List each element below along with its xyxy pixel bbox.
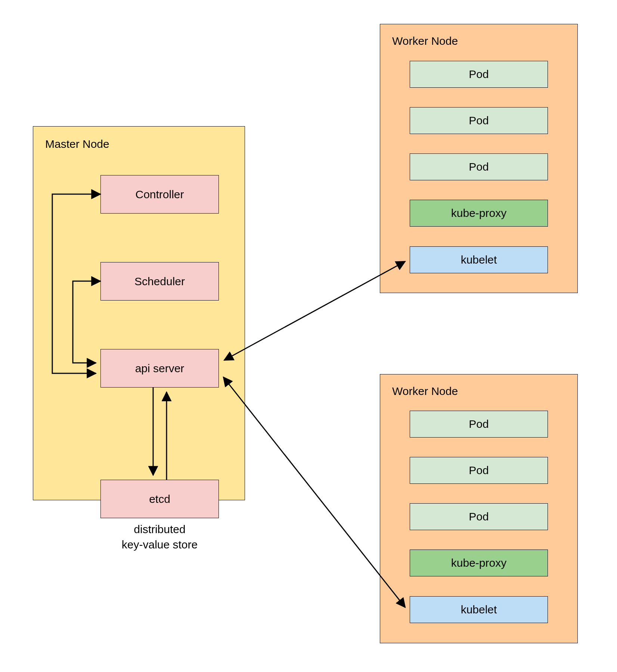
worker2-pod-1-label: Pod <box>469 418 489 430</box>
worker1-pod-1: Pod <box>410 61 548 88</box>
etcd-caption-line2: key-value store <box>122 538 198 551</box>
controller-label: Controller <box>135 188 184 201</box>
api-server-label: api server <box>135 362 185 375</box>
worker2-kubelet-label: kubelet <box>461 603 497 616</box>
etcd-box: etcd <box>100 480 219 518</box>
etcd-caption: distributed key-value store <box>100 522 219 552</box>
edge-apiserver-worker1-kubelet <box>224 261 405 360</box>
diagram-canvas: Master Node Controller Scheduler api ser… <box>0 0 617 672</box>
worker2-pod-3-label: Pod <box>469 510 489 523</box>
worker-node-2-title: Worker Node <box>392 385 458 398</box>
api-server-box: api server <box>100 349 219 388</box>
worker2-pod-1: Pod <box>410 411 548 438</box>
etcd-caption-line1: distributed <box>134 523 185 535</box>
edge-apiserver-worker2-kubelet <box>223 377 405 607</box>
worker2-kube-proxy-label: kube-proxy <box>451 557 506 569</box>
worker2-pod-2: Pod <box>410 457 548 484</box>
scheduler-box: Scheduler <box>100 262 219 301</box>
worker-node-1-title: Worker Node <box>392 35 458 47</box>
worker1-pod-3-label: Pod <box>469 161 489 173</box>
worker1-pod-1-label: Pod <box>469 68 489 81</box>
worker1-kubelet-label: kubelet <box>461 253 497 266</box>
worker2-kube-proxy: kube-proxy <box>410 550 548 576</box>
worker1-kubelet: kubelet <box>410 246 548 273</box>
worker1-kube-proxy-label: kube-proxy <box>451 207 506 220</box>
worker1-pod-2: Pod <box>410 107 548 134</box>
master-node-title: Master Node <box>45 138 109 150</box>
scheduler-label: Scheduler <box>134 275 185 288</box>
worker2-pod-3: Pod <box>410 503 548 530</box>
worker2-pod-2-label: Pod <box>469 464 489 477</box>
worker1-pod-3: Pod <box>410 153 548 180</box>
worker2-kubelet: kubelet <box>410 596 548 623</box>
worker1-kube-proxy: kube-proxy <box>410 200 548 227</box>
controller-box: Controller <box>100 175 219 214</box>
worker1-pod-2-label: Pod <box>469 114 489 127</box>
etcd-label: etcd <box>149 493 170 505</box>
